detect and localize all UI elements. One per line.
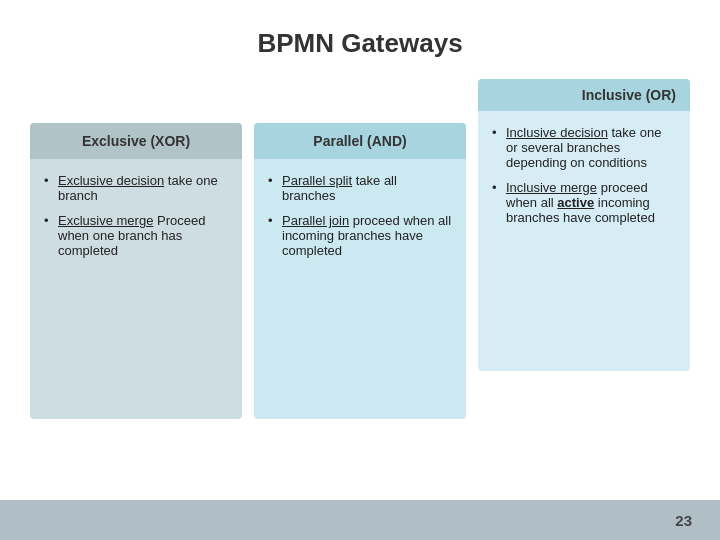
content-area: Exclusive (XOR) Exclusive decision take …	[0, 79, 720, 419]
inclusive-decision-label: Inclusive decision	[506, 125, 608, 140]
inclusive-wrapper: Inclusive (OR) Inclusive decision take o…	[478, 79, 690, 371]
exclusive-header: Exclusive (XOR)	[30, 123, 242, 159]
exclusive-body: Exclusive decision take one branch Exclu…	[30, 159, 242, 419]
parallel-body: Parallel split take all branches Paralle…	[254, 159, 466, 419]
footer-bar: 23	[0, 500, 720, 540]
parallel-item-1: Parallel split take all branches	[268, 173, 452, 203]
inclusive-top-header: Inclusive (OR)	[478, 79, 690, 111]
inclusive-body: Inclusive decision take one or several b…	[478, 111, 690, 371]
exclusive-item-1: Exclusive decision take one branch	[44, 173, 228, 203]
inclusive-item-1: Inclusive decision take one or several b…	[492, 125, 676, 170]
inclusive-column: Inclusive (OR) Inclusive decision take o…	[478, 79, 690, 371]
inclusive-item-2: Inclusive merge proceed when all active …	[492, 180, 676, 225]
inclusive-merge-label: Inclusive merge	[506, 180, 597, 195]
exclusive-decision-label: Exclusive decision	[58, 173, 164, 188]
exclusive-merge-label: Exclusive merge	[58, 213, 153, 228]
parallel-split-label: Parallel split	[282, 173, 352, 188]
page-number: 23	[675, 512, 692, 529]
parallel-header: Parallel (AND)	[254, 123, 466, 159]
page-title: BPMN Gateways	[0, 0, 720, 79]
parallel-item-2: Parallel join proceed when all incoming …	[268, 213, 452, 258]
parallel-join-label: Parallel join	[282, 213, 349, 228]
exclusive-item-2: Exclusive merge Proceed when one branch …	[44, 213, 228, 258]
active-label: active	[557, 195, 594, 210]
exclusive-column: Exclusive (XOR) Exclusive decision take …	[30, 123, 242, 419]
parallel-column: Parallel (AND) Parallel split take all b…	[254, 123, 466, 419]
